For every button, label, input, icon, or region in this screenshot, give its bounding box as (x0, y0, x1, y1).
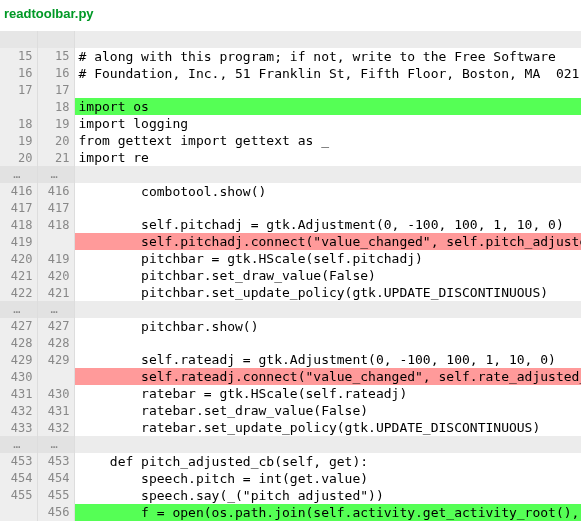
new-line-number: 431 (37, 402, 74, 419)
new-line-number: 427 (37, 318, 74, 335)
new-line-number: 454 (37, 470, 74, 487)
code-cell: self.pitchadj = gtk.Adjustment(0, -100, … (74, 216, 581, 233)
old-line-number: 432 (0, 402, 37, 419)
hunk-separator: …… (0, 436, 581, 453)
diff-header (0, 31, 581, 48)
new-line-number: 429 (37, 351, 74, 368)
new-line-number: 456 (37, 504, 74, 521)
new-line-number: 21 (37, 149, 74, 166)
new-line-number: … (37, 436, 74, 453)
diff-line: 420419 pitchbar = gtk.HScale(self.pitcha… (0, 250, 581, 267)
old-line-number: 15 (0, 48, 37, 65)
new-line-number: 453 (37, 453, 74, 470)
diff-line: 416416 combotool.show() (0, 183, 581, 200)
old-line-number: 419 (0, 233, 37, 250)
old-line-number (0, 98, 37, 115)
diff-line: 433432 ratebar.set_update_policy(gtk.UPD… (0, 419, 581, 436)
old-line-number: 422 (0, 284, 37, 301)
new-line-number: 20 (37, 132, 74, 149)
old-line-number: … (0, 301, 37, 318)
old-line-number: 18 (0, 115, 37, 132)
new-line-number: 455 (37, 487, 74, 504)
old-line-number: 20 (0, 149, 37, 166)
filename-heading: readtoolbar.py (0, 0, 581, 31)
old-line-number: 421 (0, 267, 37, 284)
diff-line: 455455 speech.say(_("pitch adjusted")) (0, 487, 581, 504)
code-cell: ratebar.set_update_policy(gtk.UPDATE_DIS… (74, 419, 581, 436)
new-line-number (37, 368, 74, 385)
code-cell: ratebar = gtk.HScale(self.rateadj) (74, 385, 581, 402)
diff-line: 1616# Foundation, Inc., 51 Franklin St, … (0, 65, 581, 82)
diff-line: 427427 pitchbar.show() (0, 318, 581, 335)
code-cell: self.pitchadj.connect("value_changed", s… (74, 233, 581, 250)
new-line-number: 432 (37, 419, 74, 436)
new-line-number: 19 (37, 115, 74, 132)
diff-line: 453453 def pitch_adjusted_cb(self, get): (0, 453, 581, 470)
old-line-number: 430 (0, 368, 37, 385)
code-cell: pitchbar.show() (74, 318, 581, 335)
new-line-number: 417 (37, 200, 74, 217)
code-cell (74, 436, 581, 453)
new-line-number: 16 (37, 65, 74, 82)
new-line-number: 18 (37, 98, 74, 115)
diff-line: 432431 ratebar.set_draw_value(False) (0, 402, 581, 419)
code-cell: # along with this program; if not, write… (74, 48, 581, 65)
diff-line: 2021import re (0, 149, 581, 166)
hunk-separator: …… (0, 301, 581, 318)
code-cell: import logging (74, 115, 581, 132)
old-line-number: 19 (0, 132, 37, 149)
old-line-number: 453 (0, 453, 37, 470)
code-cell: speech.pitch = int(get.value) (74, 470, 581, 487)
code-cell: pitchbar.set_update_policy(gtk.UPDATE_DI… (74, 284, 581, 301)
code-cell: import os (74, 98, 581, 115)
new-line-number: 430 (37, 385, 74, 402)
new-line-number: 421 (37, 284, 74, 301)
code-cell: speech.say(_("pitch adjusted")) (74, 487, 581, 504)
old-line-number (0, 31, 37, 48)
diff-line: 431430 ratebar = gtk.HScale(self.rateadj… (0, 385, 581, 402)
old-line-number: … (0, 436, 37, 453)
diff-line: 1515# along with this program; if not, w… (0, 48, 581, 65)
diff-line: 430 self.rateadj.connect("value_changed"… (0, 368, 581, 385)
code-cell (74, 301, 581, 318)
code-cell (74, 335, 581, 352)
old-line-number: 427 (0, 318, 37, 335)
code-cell: import re (74, 149, 581, 166)
code-cell (74, 166, 581, 183)
old-line-number: 429 (0, 351, 37, 368)
old-line-number: 16 (0, 65, 37, 82)
diff-table: 1515# along with this program; if not, w… (0, 31, 581, 521)
hunk-separator: …… (0, 166, 581, 183)
code-cell (74, 31, 581, 48)
new-line-number: 15 (37, 48, 74, 65)
new-line-number: 420 (37, 267, 74, 284)
code-cell: self.rateadj = gtk.Adjustment(0, -100, 1… (74, 351, 581, 368)
code-cell (74, 82, 581, 99)
new-line-number: … (37, 301, 74, 318)
new-line-number (37, 233, 74, 250)
new-line-number: 416 (37, 183, 74, 200)
old-line-number: 431 (0, 385, 37, 402)
code-cell: self.rateadj.connect("value_changed", se… (74, 368, 581, 385)
diff-line: 421420 pitchbar.set_draw_value(False) (0, 267, 581, 284)
diff-line: 456 f = open(os.path.join(self.activity.… (0, 504, 581, 521)
code-cell: pitchbar = gtk.HScale(self.pitchadj) (74, 250, 581, 267)
new-line-number (37, 31, 74, 48)
diff-line: 18import os (0, 98, 581, 115)
old-line-number: 420 (0, 250, 37, 267)
code-cell: ratebar.set_draw_value(False) (74, 402, 581, 419)
old-line-number: 418 (0, 216, 37, 233)
new-line-number: 428 (37, 335, 74, 352)
old-line-number: 417 (0, 200, 37, 217)
code-cell: combotool.show() (74, 183, 581, 200)
diff-line: 429429 self.rateadj = gtk.Adjustment(0, … (0, 351, 581, 368)
old-line-number: 428 (0, 335, 37, 352)
diff-line: 419 self.pitchadj.connect("value_changed… (0, 233, 581, 250)
new-line-number: 17 (37, 82, 74, 99)
old-line-number: 455 (0, 487, 37, 504)
code-cell (74, 200, 581, 217)
code-cell: def pitch_adjusted_cb(self, get): (74, 453, 581, 470)
old-line-number: 17 (0, 82, 37, 99)
diff-line: 1819import logging (0, 115, 581, 132)
old-line-number: 416 (0, 183, 37, 200)
